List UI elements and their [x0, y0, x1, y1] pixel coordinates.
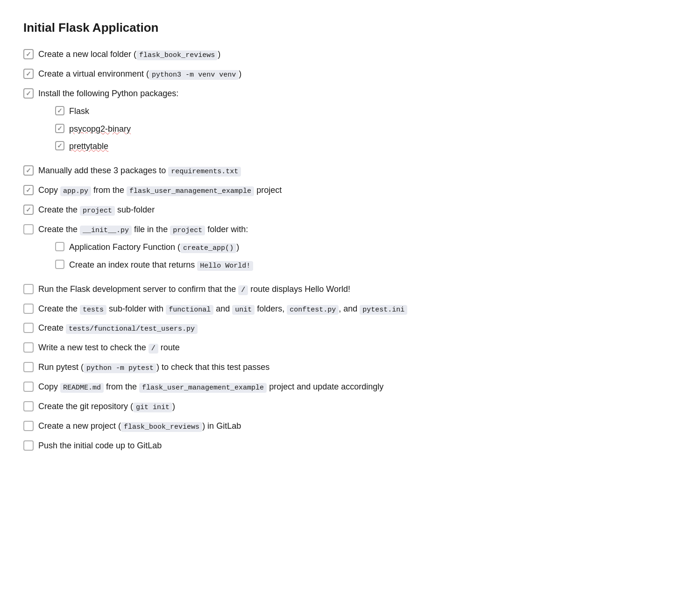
- checkbox[interactable]: [55, 260, 64, 269]
- checkbox[interactable]: [23, 421, 34, 431]
- item-text: Create the __init__.py file in the proje…: [38, 223, 664, 276]
- checkbox[interactable]: [55, 106, 64, 115]
- item-text: Create an index route that returns Hello…: [69, 259, 664, 272]
- list-item: Create a new project (flask_book_reviews…: [23, 420, 664, 433]
- item-text: Install the following Python packages:Fl…: [38, 87, 664, 158]
- item-text: Write a new test to check the / route: [38, 341, 664, 354]
- list-item: Run pytest (python -m pytest) to check t…: [23, 361, 664, 374]
- list-item: Push the initial code up to GitLab: [23, 439, 664, 453]
- item-text: Run pytest (python -m pytest) to check t…: [38, 361, 664, 374]
- checkbox[interactable]: [23, 304, 34, 314]
- item-text: prettytable: [69, 140, 664, 153]
- item-text: Create the project sub-folder: [38, 204, 664, 217]
- code-inline: functional: [166, 305, 213, 315]
- checkbox[interactable]: [23, 284, 34, 294]
- item-text: psycopg2-binary: [69, 123, 664, 136]
- checkbox[interactable]: [23, 205, 34, 215]
- list-item: Copy app.py from the flask_user_manageme…: [23, 184, 664, 197]
- code-inline: flask_book_reviews: [121, 422, 202, 432]
- list-item: Create tests/functional/test_users.py: [23, 322, 664, 335]
- item-text: Application Factory Function (create_app…: [69, 241, 664, 254]
- code-inline: flask_user_management_example: [139, 383, 267, 393]
- checkbox[interactable]: [23, 185, 34, 195]
- list-item: Create a virtual environment (python3 -m…: [23, 68, 664, 81]
- sub-checklist: Flaskpsycopg2-binaryprettytable: [38, 105, 664, 154]
- checkbox[interactable]: [23, 382, 34, 392]
- checkbox[interactable]: [23, 165, 34, 176]
- checkbox[interactable]: [23, 342, 34, 353]
- checkbox[interactable]: [23, 362, 34, 372]
- item-text: Create the git repository (git init): [38, 400, 664, 413]
- spellcheck-text: prettytable: [69, 142, 108, 151]
- item-text: Copy README.md from the flask_user_manag…: [38, 381, 664, 394]
- page-title: Initial Flask Application: [23, 19, 664, 37]
- checkbox[interactable]: [23, 401, 34, 411]
- code-inline: __init__.py: [80, 226, 132, 235]
- list-item: Create the __init__.py file in the proje…: [23, 223, 664, 276]
- item-text: Manually add these 3 packages to require…: [38, 164, 664, 177]
- checkbox[interactable]: [55, 141, 64, 150]
- spellcheck-text: psycopg2-binary: [69, 124, 131, 134]
- code-inline: README.md: [60, 383, 104, 393]
- code-inline: flask_user_management_example: [127, 186, 254, 196]
- code-inline: tests: [80, 305, 106, 315]
- code-inline: tests/functional/test_users.py: [66, 324, 198, 334]
- code-inline: Hello World!: [197, 261, 253, 271]
- code-inline: /: [238, 285, 248, 295]
- list-item: Application Factory Function (create_app…: [55, 241, 664, 254]
- code-inline: pytest.ini: [360, 305, 407, 315]
- list-item: Write a new test to check the / route: [23, 341, 664, 354]
- code-inline: python -m pytest: [84, 363, 156, 373]
- checkbox[interactable]: [23, 88, 34, 99]
- checkbox[interactable]: [23, 49, 34, 59]
- item-text: Run the Flask development server to conf…: [38, 283, 664, 296]
- list-item: Create the git repository (git init): [23, 400, 664, 413]
- code-inline: requirements.txt: [168, 167, 241, 177]
- checkbox[interactable]: [23, 224, 34, 234]
- list-item: Install the following Python packages:Fl…: [23, 87, 664, 158]
- code-inline: app.py: [60, 186, 91, 196]
- code-inline: conftest.py: [287, 305, 339, 315]
- list-item: psycopg2-binary: [55, 123, 664, 136]
- item-text: Flask: [69, 105, 664, 118]
- list-item: prettytable: [55, 140, 664, 153]
- checkbox[interactable]: [23, 440, 34, 451]
- item-text: Push the initial code up to GitLab: [38, 439, 664, 453]
- item-text: Create a new local folder (flask_book_re…: [38, 48, 664, 61]
- item-text: Create a virtual environment (python3 -m…: [38, 68, 664, 81]
- code-inline: python3 -m venv venv: [149, 70, 239, 80]
- checkbox[interactable]: [55, 242, 64, 251]
- checkbox[interactable]: [55, 124, 64, 133]
- list-item: Manually add these 3 packages to require…: [23, 164, 664, 177]
- item-text: Create the tests sub-folder with functio…: [38, 303, 664, 316]
- code-inline: /: [149, 344, 158, 354]
- list-item: Create the project sub-folder: [23, 204, 664, 217]
- code-inline: git init: [133, 403, 172, 412]
- item-text: Copy app.py from the flask_user_manageme…: [38, 184, 664, 197]
- list-item: Create a new local folder (flask_book_re…: [23, 48, 664, 61]
- item-text: Create a new project (flask_book_reviews…: [38, 420, 664, 433]
- list-item: Run the Flask development server to conf…: [23, 283, 664, 296]
- code-inline: create_app(): [180, 243, 236, 253]
- code-inline: unit: [232, 305, 255, 315]
- list-item: Create an index route that returns Hello…: [55, 259, 664, 272]
- list-item: Create the tests sub-folder with functio…: [23, 303, 664, 316]
- code-inline: project: [80, 206, 115, 216]
- list-item: Flask: [55, 105, 664, 118]
- list-item: Copy README.md from the flask_user_manag…: [23, 381, 664, 394]
- code-inline: project: [170, 226, 205, 235]
- item-text: Create tests/functional/test_users.py: [38, 322, 664, 335]
- sub-checklist: Application Factory Function (create_app…: [38, 241, 664, 272]
- checkbox[interactable]: [23, 69, 34, 79]
- checklist: Create a new local folder (flask_book_re…: [23, 48, 664, 453]
- code-inline: flask_book_reviews: [136, 50, 218, 60]
- checkbox[interactable]: [23, 323, 34, 333]
